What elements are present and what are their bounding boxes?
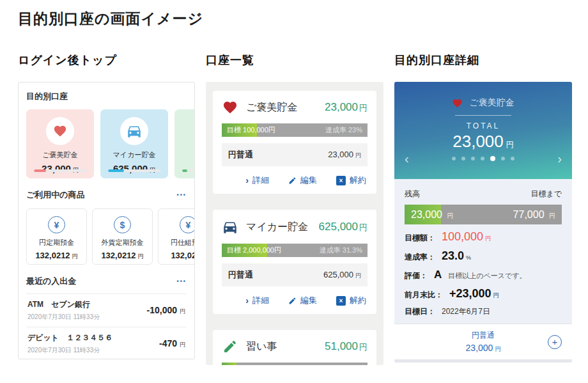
carousel-dot[interactable] — [452, 157, 456, 160]
page-title: 目的別口座の画面イメージ — [18, 9, 203, 29]
transaction-date: 2020年7月30日 11時33分 — [27, 313, 100, 322]
account-card-reward: ご褒美貯金 23,000円 目標 100,000円 達成率 23% 円普通 23… — [213, 91, 376, 194]
cancel-link[interactable]: ×解約 — [336, 295, 366, 306]
goal-progress-bar: 目標 100,000円 達成率 23% — [222, 123, 368, 137]
product-card-foreign-deposit[interactable]: $ 外貨定期預金 132,0212円 — [92, 208, 153, 265]
goal-card-carousel: ご褒美貯金 23,000円 マイカー貯金 625,000円 — [26, 109, 187, 178]
achievement-rate-label: 達成率 31.3% — [320, 244, 362, 257]
goal-progress-bar — [34, 169, 87, 172]
detail-header: ご褒美貯金 TOTAL 23,000円 ‹ › — [394, 82, 572, 179]
balance-progress-bar: 23,000 円 77,000 円 — [405, 205, 562, 224]
heart-icon — [452, 98, 463, 109]
product-amount: 132,0212円 — [27, 251, 86, 261]
sub-account-amount: 23,000円 — [328, 150, 361, 160]
more-menu-icon[interactable]: ••• — [177, 278, 187, 285]
stat-month-change: 前月末比： +23,000円 — [405, 287, 562, 301]
goal-card-car[interactable]: マイカー貯金 625,000円 — [100, 109, 168, 178]
chevron-right-icon: › — [245, 295, 249, 306]
transaction-name: デビット １２３４５６ — [27, 332, 112, 343]
product-name: 円仕組預金 — [159, 238, 195, 247]
detail-stats-section: 残高 目標まで 23,000 円 77,000 円 目標額： 100,000円 … — [394, 179, 572, 324]
product-name: 円定期預金 — [27, 238, 86, 247]
goal-card-amount: 23,000円 — [26, 163, 94, 175]
account-name: ご褒美貯金 — [246, 101, 297, 114]
stat-goal-date: 目標日： 2022年6月7日 — [405, 306, 562, 317]
detail-sub-account-row[interactable]: 円普通 23,000円 + — [394, 324, 572, 359]
carousel-dot[interactable] — [481, 157, 484, 160]
sub-account-amount: 625,000円 — [323, 270, 361, 280]
product-amount: 132,0212 — [159, 251, 195, 260]
sub-account-amount: 23,000円 — [466, 343, 501, 354]
carousel-dot-active[interactable] — [490, 156, 495, 161]
balance-amount: 23,000 円 — [411, 205, 453, 224]
account-amount: 625,000円 — [319, 221, 368, 233]
section-label-recent-transactions: 最近の入出金 — [26, 276, 76, 287]
goal-label: 目標 100,000円 — [227, 123, 275, 137]
dollar-icon: $ — [114, 216, 131, 233]
column-heading: 目的別口座詳細 — [394, 52, 572, 68]
detail-link[interactable]: ›詳細 — [245, 175, 269, 186]
achievement-rate-label: 達成率 10.2% — [320, 363, 362, 365]
column-heading: ログイン後トップ — [18, 52, 195, 68]
edit-link[interactable]: 編集 — [288, 175, 317, 186]
divider — [455, 115, 511, 116]
transaction-date: 2020年7月30日 11時33分 — [27, 346, 112, 355]
product-card-structured-deposit[interactable]: ¥ 円仕組預金 132,0212 — [158, 208, 195, 265]
product-name: 外貨定期預金 — [93, 238, 152, 247]
car-icon — [222, 219, 238, 235]
goal-card-name: マイカー貯金 — [100, 150, 168, 160]
goal-card-reward[interactable]: ご褒美貯金 23,000円 — [26, 109, 94, 178]
carousel-dot[interactable] — [511, 157, 514, 160]
stat-achievement-rate: 達成率： 23.0% — [405, 249, 562, 263]
account-name: 習い事 — [246, 340, 277, 354]
account-name: マイカー貯金 — [246, 221, 308, 234]
goal-progress-bar — [182, 169, 195, 172]
product-amount: 132,0212円 — [93, 251, 152, 261]
carousel-dot[interactable] — [501, 157, 505, 160]
yen-icon: ¥ — [48, 216, 65, 233]
sub-account-row[interactable]: 円普通 23,000円 — [222, 143, 368, 166]
goal-progress-bar: 目標 2,000,000円 達成率 31.3% — [222, 244, 368, 257]
carousel-dot[interactable] — [471, 157, 475, 160]
account-card-lessons: 習い事 51,000円 目標 500,000円 達成率 10.2% 円普通 — [213, 330, 376, 365]
total-amount: 23,000円 — [394, 132, 572, 152]
detail-link[interactable]: ›詳細 — [245, 295, 269, 306]
sub-account-row[interactable]: 円普通 625,000円 — [222, 263, 368, 286]
cancel-icon: × — [336, 296, 346, 306]
yen-icon: ¥ — [180, 216, 195, 233]
phone-screen-account-list: ご褒美貯金 23,000円 目標 100,000円 達成率 23% 円普通 23… — [206, 82, 383, 365]
add-icon[interactable]: + — [548, 335, 562, 349]
carousel-dot[interactable] — [461, 157, 465, 160]
cancel-link[interactable]: ×解約 — [336, 175, 366, 186]
section-label-products: ご利用中の商品 — [26, 189, 85, 201]
detail-footer — [394, 359, 572, 363]
detail-account-name: ご褒美貯金 — [469, 97, 514, 109]
transaction-amount: -470円 — [159, 338, 185, 349]
pencil-icon — [222, 339, 238, 354]
goal-card-clipped[interactable] — [174, 109, 195, 178]
heart-icon — [53, 124, 67, 138]
more-menu-icon[interactable]: ••• — [177, 192, 187, 198]
product-card-yen-deposit[interactable]: ¥ 円定期預金 132,0212円 — [26, 208, 87, 265]
edit-link[interactable]: 編集 — [288, 295, 317, 306]
account-amount: 23,000円 — [325, 101, 368, 114]
car-icon — [126, 123, 143, 139]
goal-icon-circle — [120, 117, 148, 145]
transaction-row-atm[interactable]: ATM セブン銀行 2020年7月30日 11時33分 -10,000円 — [26, 293, 187, 327]
transaction-list: ATM セブン銀行 2020年7月30日 11時33分 -10,000円 デビッ… — [26, 293, 187, 359]
achievement-rate-label: 達成率 23% — [325, 123, 362, 137]
transaction-row-debit[interactable]: デビット １２３４５６ 2020年7月30日 11時33分 -470円 — [26, 327, 187, 359]
balance-label: 残高 — [405, 189, 420, 199]
carousel-dots — [394, 156, 572, 161]
chevron-right-icon: › — [245, 175, 249, 185]
column-login-top: ログイン後トップ 目的別口座 ご褒美貯金 23,000円 — [18, 52, 195, 359]
remaining-amount: 77,000 円 — [513, 205, 555, 224]
phone-screen-login-top: 目的別口座 ご褒美貯金 23,000円 マイカー貯金 — [18, 82, 195, 359]
heart-icon — [222, 100, 238, 115]
stat-grade: 評価： A 目標以上のペースです。 — [405, 269, 562, 281]
goal-progress-bar — [108, 169, 161, 172]
goal-progress-bar: 目標 500,000円 達成率 10.2% — [222, 363, 368, 365]
product-card-row: ¥ 円定期預金 132,0212円 $ 外貨定期預金 132,0212円 ¥ 円… — [26, 208, 187, 265]
account-card-car: マイカー貯金 625,000円 目標 2,000,000円 達成率 31.3% … — [213, 210, 376, 314]
stat-goal-amount: 目標額： 100,000円 — [405, 230, 562, 244]
